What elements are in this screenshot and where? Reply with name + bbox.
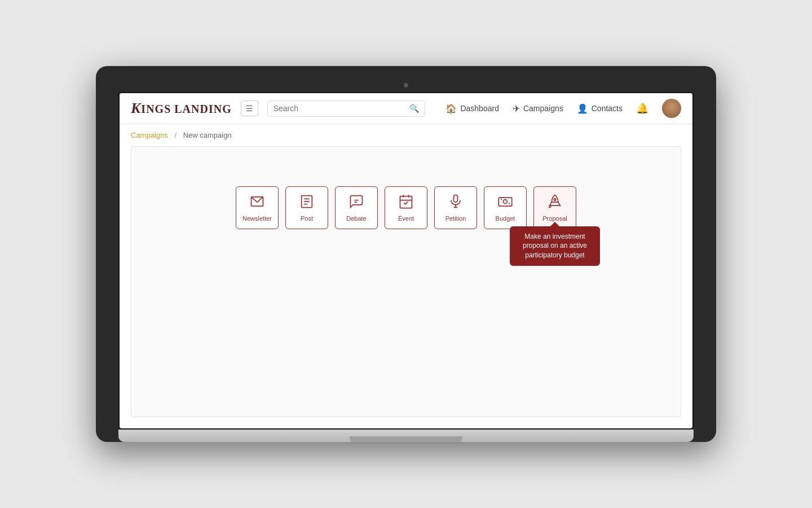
app-header: Kings Landing ☰ 🔍 🏠 Dashboard ✈ Campaign…	[120, 93, 692, 124]
nav-dashboard-label: Dashboard	[460, 104, 499, 113]
breadcrumb-campaigns-link[interactable]: Campaigns	[131, 131, 168, 139]
mic-icon	[448, 194, 464, 213]
rocket-icon	[547, 194, 563, 213]
contacts-icon: 👤	[577, 103, 588, 114]
main-nav: 🏠 Dashboard ✈ Campaigns 👤 Contacts 🔔	[445, 99, 681, 118]
svg-rect-14	[498, 198, 511, 206]
envelope-icon	[249, 194, 265, 213]
laptop-base	[118, 430, 694, 442]
search-icon: 🔍	[409, 104, 419, 113]
campaign-type-post[interactable]: Post	[285, 186, 328, 229]
nav-contacts[interactable]: 👤 Contacts	[577, 103, 623, 114]
dashboard-icon: 🏠	[445, 103, 457, 114]
logo-area: Kings Landing	[131, 100, 232, 117]
campaign-type-event[interactable]: Event	[385, 186, 427, 229]
calendar-icon	[398, 194, 414, 213]
campaign-types-grid: Newsletter Post	[143, 158, 669, 246]
hamburger-button[interactable]: ☰	[241, 100, 258, 116]
proposal-label: Proposal	[542, 215, 567, 222]
newsletter-label: Newsletter	[242, 215, 272, 222]
avatar-image	[662, 99, 681, 118]
svg-point-18	[554, 199, 556, 201]
campaign-type-petition[interactable]: Petition	[434, 186, 477, 229]
debate-label: Debate	[346, 215, 366, 222]
logo: Kings Landing	[131, 100, 232, 117]
search-bar: 🔍	[267, 100, 425, 117]
tooltip-container-proposal: Proposal Make an investment proposal on …	[533, 186, 576, 229]
hamburger-icon: ☰	[246, 104, 253, 113]
nav-contacts-label: Contacts	[592, 104, 623, 113]
campaign-type-debate[interactable]: Debate	[335, 186, 378, 229]
user-avatar[interactable]	[662, 99, 681, 118]
petition-label: Petition	[445, 215, 466, 222]
nav-campaigns[interactable]: ✈ Campaigns	[513, 103, 563, 114]
proposal-tooltip: Make an investment proposal on an active…	[510, 226, 600, 266]
svg-point-15	[504, 200, 508, 204]
breadcrumb-current: New campaign	[183, 131, 232, 139]
event-label: Event	[398, 215, 414, 222]
search-input[interactable]	[273, 104, 409, 113]
budget-label: Budget	[496, 215, 515, 222]
campaign-type-budget[interactable]: Budget	[484, 186, 527, 229]
svg-rect-7	[400, 196, 412, 208]
nav-dashboard[interactable]: 🏠 Dashboard	[445, 103, 499, 114]
campaigns-icon: ✈	[513, 103, 520, 114]
document-icon	[299, 194, 315, 213]
money-icon	[497, 194, 513, 213]
breadcrumb: Campaigns / New campaign	[120, 124, 692, 146]
chat-icon	[348, 194, 364, 213]
nav-campaigns-label: Campaigns	[523, 104, 563, 113]
notifications-bell-icon[interactable]: 🔔	[636, 102, 648, 115]
logo-k: K	[131, 100, 141, 116]
campaign-type-newsletter[interactable]: Newsletter	[236, 186, 279, 229]
main-content: Newsletter Post	[131, 146, 681, 417]
post-label: Post	[301, 215, 313, 222]
breadcrumb-separator: /	[174, 131, 176, 139]
logo-rest: ings Landing	[141, 103, 231, 115]
svg-rect-11	[454, 195, 458, 202]
